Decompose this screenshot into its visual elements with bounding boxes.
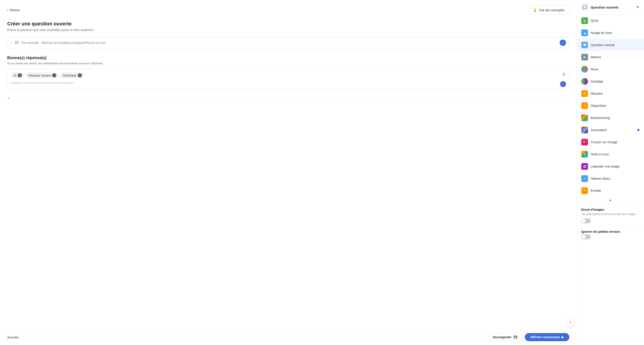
- ignorer-toggle-row: [581, 234, 640, 239]
- sidebar-section-envoi: Envoi d'images Les participants pourront…: [577, 204, 644, 226]
- question-check-icon[interactable]: ✓: [560, 40, 566, 46]
- bulb-icon: 💡: [533, 8, 537, 12]
- sidebar-item-brainstorm[interactable]: Brainstorming: [577, 112, 644, 124]
- bonnes-reponses-title: Bonne(s) réponse(s): [7, 56, 569, 60]
- back-button[interactable]: ‹ Retour: [7, 8, 20, 12]
- sidebar-item-label-assoc: Association: [591, 128, 607, 132]
- sidebar-item-label-roue: Roue: [591, 68, 598, 71]
- tag-robotique-close[interactable]: ×: [78, 73, 82, 77]
- tags-row: IA × Réseaux sociaux × Robotique ×: [11, 72, 566, 78]
- main-content: ‹ Retour 💡 Voir des exemples Créer une q…: [0, 0, 576, 345]
- sidebar-item-label-echelle: Échelle: [591, 189, 601, 192]
- qcm-icon: Q: [581, 17, 588, 24]
- footer: Annuler Sauvegarder 💾 Afficher maintenan…: [0, 329, 576, 345]
- roue-icon: [581, 66, 588, 73]
- sidebar-header-title: Question ouverte: [591, 6, 618, 9]
- sidebar-item-trouver[interactable]: 🔍 Trouver sur l'image: [577, 136, 644, 148]
- envoi-subtitle: Les participants pourront envoyer des im…: [581, 212, 640, 216]
- brainstorm-icon: [581, 114, 588, 121]
- sidebar-chevron-icon[interactable]: ▼: [636, 5, 640, 9]
- sidebar-item-label-minuteur: Minuteur: [591, 92, 603, 95]
- trash-icon[interactable]: 🗑: [562, 72, 566, 77]
- sidebar-item-label-texte: Texte à trous: [591, 152, 609, 156]
- sidebar-header-icon: 💬: [581, 4, 588, 11]
- sidebar-chevron-down[interactable]: ▼: [577, 197, 644, 204]
- examples-button[interactable]: 💡 Voir des exemples: [528, 6, 569, 14]
- sidebar-item-roue[interactable]: Roue: [577, 63, 644, 75]
- legender-icon: 🖼: [581, 163, 588, 170]
- ignorer-toggle[interactable]: [581, 234, 591, 239]
- sidebar-header-left: 💬 Question ouverte: [581, 4, 618, 11]
- examples-label: Voir des exemples: [539, 8, 564, 12]
- sidebar-item-label-trouver: Trouver sur l'image: [591, 140, 618, 144]
- sidebar-item-assoc[interactable]: ⊹ Association: [577, 124, 644, 136]
- sidebar-item-diapo[interactable]: ▭ Diapositive: [577, 100, 644, 112]
- sidebar-section-ignorer: Ignorer les petites erreurs: [577, 226, 644, 242]
- tag-ia-label: IA: [14, 74, 16, 77]
- sidebar-item-matrice[interactable]: ⊞ Matrice: [577, 51, 644, 63]
- save-icon: 💾: [514, 335, 518, 339]
- assoc-icon: ⊹: [581, 126, 588, 133]
- tag-robotique-label: Robotique: [63, 74, 76, 77]
- question-input-row: ♪ 🖼 ✓: [7, 37, 569, 48]
- chevron-down-icon: ▼: [609, 198, 612, 202]
- sidebar-item-legender[interactable]: 🖼 Légender une image: [577, 160, 644, 172]
- footer-right: Sauvegarder 💾 Afficher maintenant ▶: [488, 333, 569, 342]
- tableau-icon: ✏: [581, 175, 588, 182]
- play-icon: ▶: [562, 335, 564, 339]
- texte-icon: T: [581, 151, 588, 158]
- help-button[interactable]: ?: [566, 319, 574, 327]
- sidebar-item-label-tableau: Tableau Blanc: [591, 177, 610, 180]
- sidebar-item-echelle[interactable]: 🏆 Échelle: [577, 185, 644, 197]
- tag-reseaux-close[interactable]: ×: [52, 73, 56, 77]
- tag-ia-close[interactable]: ×: [18, 73, 22, 77]
- sidebar-item-sondage[interactable]: Sondage: [577, 75, 644, 88]
- sidebar-item-label-question: Question ouverte: [591, 43, 615, 47]
- sidebar-item-label-brainstorm: Brainstorming: [591, 116, 610, 120]
- matrice-icon: ⊞: [581, 54, 588, 60]
- question-input[interactable]: [21, 41, 560, 44]
- answer-box: IA × Réseaux sociaux × Robotique × Indiq…: [7, 68, 569, 90]
- music-icon[interactable]: ♪: [10, 40, 12, 45]
- sidebar-item-label-diapo: Diapositive: [591, 104, 606, 108]
- nuage-icon: ☁: [581, 30, 588, 36]
- envoi-toggle[interactable]: [581, 218, 591, 223]
- sidebar-item-tableau[interactable]: ✏ Tableau Blanc: [577, 172, 644, 185]
- tag-reseaux: Réseaux sociaux ×: [26, 72, 58, 78]
- plus-icon: +: [7, 95, 10, 101]
- assoc-active-dot: [637, 129, 640, 131]
- show-now-label: Afficher maintenant: [530, 335, 560, 339]
- sondage-icon: [581, 78, 588, 85]
- bonnes-reponses-subtitle: Si ce champ est rempli, les participants…: [7, 62, 569, 65]
- sidebar-item-texte[interactable]: T Texte à trous: [577, 148, 644, 160]
- ignorer-title: Ignorer les petites erreurs: [581, 230, 640, 234]
- back-label: Retour: [10, 8, 20, 12]
- sidebar-header: 💬 Question ouverte ▼: [577, 0, 644, 14]
- add-answer-button[interactable]: +: [7, 94, 569, 103]
- cancel-button[interactable]: Annuler: [7, 335, 19, 339]
- save-label: Sauvegarder: [493, 335, 512, 339]
- sidebar-item-label-qcm: QCM: [591, 19, 598, 22]
- sidebar-item-label-sondage: Sondage: [591, 80, 603, 83]
- minuteur-icon: ⏱: [581, 90, 588, 97]
- trouver-icon: 🔍: [581, 139, 588, 146]
- diapo-icon: ▭: [581, 102, 588, 109]
- show-now-button[interactable]: Afficher maintenant ▶: [525, 333, 569, 341]
- sidebar-item-label-matrice: Matrice: [591, 55, 601, 59]
- tag-reseaux-label: Réseaux sociaux: [28, 74, 51, 77]
- save-button[interactable]: Sauvegarder 💾: [488, 333, 522, 342]
- envoi-toggle-row: [581, 218, 640, 223]
- sidebar-item-question[interactable]: 💬 Question ouverte: [577, 39, 644, 51]
- envoi-title: Envoi d'images: [581, 208, 640, 212]
- answer-placeholder: Indiquez une (ou plusieurs) bonne(s) rép…: [11, 81, 566, 84]
- page-subtitle: Entrez la question que vous souhaitez po…: [7, 28, 569, 32]
- image-icon[interactable]: 🖼: [15, 40, 19, 45]
- answer-check-icon[interactable]: ✓: [560, 81, 566, 87]
- sidebar-item-label-nuage: Nuage de mots: [591, 31, 612, 35]
- sidebar-item-qcm[interactable]: Q QCM: [577, 14, 644, 27]
- sidebar-item-nuage[interactable]: ☁ Nuage de mots: [577, 27, 644, 39]
- back-arrow-icon: ‹: [7, 8, 8, 12]
- sidebar-item-minuteur[interactable]: ⏱ Minuteur: [577, 88, 644, 100]
- sidebar: 💬 Question ouverte ▼ Q QCM ☁ Nuage de mo…: [576, 0, 644, 345]
- title-section: Créer une question ouverte Entrez la que…: [7, 21, 569, 32]
